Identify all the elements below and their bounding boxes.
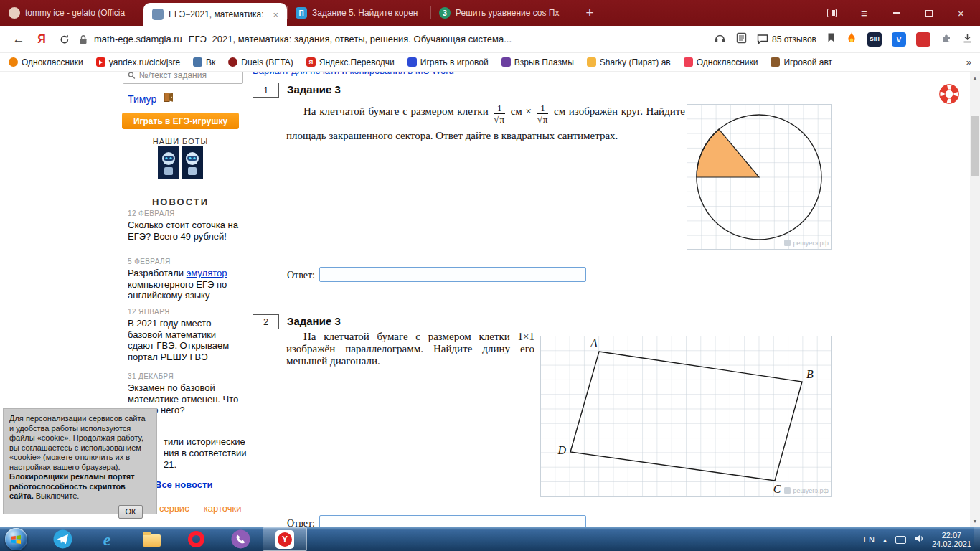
start-button[interactable] bbox=[5, 528, 27, 550]
taskbar-viber[interactable] bbox=[218, 527, 263, 551]
screen: tommy ice - gelato (Officia ЕГЭ−2021, ма… bbox=[0, 0, 980, 551]
problem-number-box[interactable]: 1 bbox=[253, 83, 279, 98]
headphones-button[interactable] bbox=[714, 32, 726, 47]
taskbar-yandex-browser-active[interactable]: Y bbox=[263, 527, 307, 551]
address-bar-actions: 85 отзывов SIH V bbox=[714, 32, 973, 47]
news-date: 31 ДЕКАБРЯ bbox=[128, 372, 241, 380]
bookmark-favicon bbox=[9, 57, 18, 67]
scroll-up-arrow[interactable]: ▲ bbox=[970, 72, 980, 83]
user-name-link[interactable]: Тимур bbox=[128, 93, 156, 105]
cookie-ok-button[interactable]: ОК bbox=[118, 505, 143, 519]
problem-number-box[interactable]: 2 bbox=[253, 314, 279, 329]
tab-gelato[interactable]: tommy ice - gelato (Officia bbox=[0, 0, 143, 26]
minimize-button[interactable] bbox=[880, 0, 913, 26]
problem-text: На клетчатой бумаге с размером клетки 1×… bbox=[286, 331, 534, 367]
tab-cos-equation[interactable]: З Решить уравнение cos Пх bbox=[430, 0, 574, 26]
cards-service-link[interactable]: сервис — карточки bbox=[159, 503, 241, 514]
help-lifebuoy-button[interactable] bbox=[939, 84, 959, 104]
volume-tray-icon[interactable] bbox=[914, 533, 924, 546]
tab-close-icon[interactable]: × bbox=[273, 9, 278, 20]
language-indicator[interactable]: EN bbox=[864, 535, 875, 544]
watermark: решуегэ.рф bbox=[793, 240, 829, 247]
taskbar-telegram[interactable] bbox=[40, 527, 85, 551]
cookie-tail-text: Выключите. bbox=[34, 491, 80, 500]
omnibox[interactable]: math-ege.sdamgia.ru ЕГЭ−2021, математика… bbox=[79, 29, 708, 50]
all-news-link[interactable]: Все новости bbox=[155, 479, 212, 490]
maximize-button[interactable] bbox=[913, 0, 945, 26]
mail-icon bbox=[684, 57, 693, 67]
tray-expand-arrow[interactable]: ▲ bbox=[882, 537, 887, 542]
back-button[interactable]: ← bbox=[7, 29, 30, 50]
flame-extension-icon[interactable] bbox=[846, 32, 857, 47]
emulator-link[interactable]: эмулятор bbox=[187, 268, 227, 278]
scrollbar-thumb[interactable] bbox=[971, 116, 979, 176]
taskbar-opera[interactable] bbox=[174, 527, 218, 551]
print-variant-link[interactable]: Вариант для печати и копирования в MS Wo… bbox=[253, 72, 454, 76]
bookmark-plasma[interactable]: Взрыв Плазмы bbox=[501, 57, 574, 67]
robot-avatar[interactable] bbox=[158, 146, 179, 182]
answer-input-1[interactable] bbox=[319, 267, 586, 282]
reader-mode-button[interactable] bbox=[736, 32, 747, 47]
task-search-box[interactable] bbox=[123, 72, 243, 84]
bookmark-favicon bbox=[407, 57, 417, 67]
scroll-down-arrow[interactable]: ▼ bbox=[970, 516, 980, 526]
logout-icon[interactable] bbox=[164, 92, 174, 105]
tab-ege-2021-active[interactable]: ЕГЭ−2021, математика: × bbox=[143, 3, 287, 26]
vertex-label-c: C bbox=[773, 483, 781, 495]
our-bots-heading: НАШИ БОТЫ bbox=[122, 137, 239, 146]
problem-title: Задание 3 bbox=[287, 83, 341, 95]
red-extension-badge[interactable] bbox=[916, 32, 930, 47]
reload-button[interactable] bbox=[53, 29, 76, 50]
lock-icon bbox=[79, 34, 88, 44]
bookmark-sharky[interactable]: Sharky (Пират) ав bbox=[587, 57, 671, 67]
tab-title: ЕГЭ−2021, математика: bbox=[169, 9, 268, 19]
bookmark-duels[interactable]: Duels (BETA) bbox=[228, 57, 293, 67]
sih-extension-badge[interactable]: SIH bbox=[867, 32, 882, 47]
windows-flag-icon bbox=[11, 534, 22, 545]
v-extension-badge[interactable]: V bbox=[892, 32, 906, 47]
clock-time: 22:07 bbox=[932, 531, 971, 540]
downloads-button[interactable] bbox=[962, 32, 973, 47]
news-text: Разработали эмулятор компьютерного ЕГЭ п… bbox=[128, 268, 241, 301]
bookmark-yandex-translate[interactable]: ЯЯндекс.Переводчи bbox=[306, 57, 395, 67]
opera-icon bbox=[188, 531, 204, 547]
bookmark-flag-button[interactable] bbox=[826, 32, 836, 46]
search-icon bbox=[128, 72, 136, 80]
close-window-button[interactable]: × bbox=[945, 0, 977, 26]
taskbar: e Y EN ▲ 22:07 24.02.2021 bbox=[0, 527, 980, 551]
robot-avatar[interactable] bbox=[182, 146, 203, 182]
maximize-icon bbox=[925, 10, 933, 17]
side-panel-button[interactable] bbox=[816, 0, 848, 26]
page-scrollbar[interactable]: ▲ ▼ bbox=[970, 72, 980, 527]
search-input[interactable] bbox=[139, 72, 238, 80]
bookmark-game-1[interactable]: Играть в игровой bbox=[407, 57, 489, 67]
bookmark-game-2[interactable]: Игровой авт bbox=[771, 57, 832, 67]
problem-title: Задание 3 bbox=[287, 315, 341, 327]
yandex-translate-icon: Я bbox=[306, 57, 316, 67]
display-tray-icon[interactable] bbox=[895, 536, 906, 544]
taskbar-internet-explorer[interactable]: e bbox=[85, 527, 129, 551]
reviews-button[interactable]: 85 отзывов bbox=[757, 34, 816, 44]
bookmark-yandex-clck[interactable]: yandex.ru/clck/jsre bbox=[96, 57, 180, 67]
bookmark-vk[interactable]: Вк bbox=[193, 57, 215, 67]
play-ege-game-button[interactable]: Играть в ЕГЭ-игрушку bbox=[122, 113, 239, 129]
viber-icon bbox=[231, 529, 250, 549]
tab-zadanie-5[interactable]: П Задание 5. Найдите корен bbox=[287, 0, 430, 26]
address-bar: ← Я math-ege.sdamgia.ru ЕГЭ−2021, матема… bbox=[0, 26, 980, 53]
answer-label: Ответ: bbox=[287, 270, 315, 281]
taskbar-clock[interactable]: 22:07 24.02.2021 bbox=[932, 531, 971, 549]
bookmarks-overflow-chevron[interactable]: » bbox=[966, 57, 971, 67]
new-tab-button[interactable]: + bbox=[580, 3, 600, 23]
taskbar-apps: e Y bbox=[40, 527, 307, 551]
bookmark-odnoklassniki-2[interactable]: Одноклассники bbox=[684, 57, 758, 67]
news-text: Сколько стоит соточка на ЕГЭ? Всего 49 р… bbox=[128, 220, 241, 242]
yandex-logo-button[interactable]: Я bbox=[30, 29, 53, 50]
parallelogram-figure: A B C D решуегэ.рф bbox=[540, 336, 832, 500]
clock-date: 24.02.2021 bbox=[932, 540, 971, 549]
browser-menu-button[interactable]: ≡ bbox=[848, 0, 880, 26]
taskbar-file-explorer[interactable] bbox=[129, 527, 174, 551]
bookmark-odnoklassniki[interactable]: Одноклассники bbox=[9, 57, 83, 67]
answer-input-2[interactable] bbox=[319, 515, 586, 527]
show-desktop-button[interactable] bbox=[974, 527, 980, 551]
extensions-puzzle-icon[interactable] bbox=[941, 32, 952, 47]
